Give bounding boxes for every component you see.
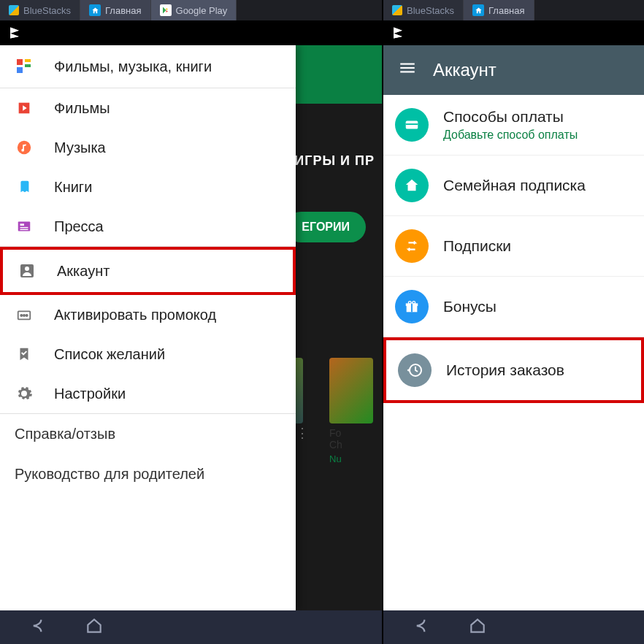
svg-rect-6 (20, 223, 25, 226)
account-item-rewards[interactable]: Бонусы (383, 277, 644, 337)
svg-rect-7 (20, 227, 28, 228)
wishlist-icon (15, 345, 34, 364)
drawer-label: Книги (54, 179, 92, 196)
backdrop-headline: ИГРЫ И ПР (294, 153, 375, 169)
gear-icon (15, 384, 34, 403)
tab-home[interactable]: Главная (464, 0, 534, 20)
tab-bluestacks[interactable]: BlueStacks (0, 0, 80, 20)
loop-icon (395, 229, 429, 263)
bluestacks-bar (0, 20, 382, 45)
drawer-item-wishlist[interactable]: Список желаний (0, 334, 296, 374)
more-icon[interactable]: ⋮ (296, 425, 309, 441)
bluestacks-logo-icon (7, 26, 22, 40)
tab-label: Google Play (176, 5, 228, 16)
tab-label: BlueStacks (23, 5, 71, 16)
tab-label: Главная (105, 5, 141, 16)
hamburger-icon[interactable] (398, 58, 417, 82)
navigation-drawer: Фильмы, музыка, книги Фильмы Музыка Книг… (0, 45, 296, 610)
drawer-label: Пресса (54, 218, 104, 235)
account-item-subscriptions[interactable]: Подписки (383, 216, 644, 277)
music-icon (15, 138, 34, 157)
android-navbar-left (0, 610, 382, 644)
tab-label: BlueStacks (407, 5, 454, 16)
play-store-icon (160, 4, 172, 16)
svg-rect-19 (406, 123, 418, 125)
account-item-text: Способы оплаты Добавьте способ оплаты (443, 108, 578, 142)
svg-rect-15 (400, 64, 415, 65)
app-card[interactable]: Fo Ch Nu (329, 358, 373, 478)
drawer-item-press[interactable]: Пресса (0, 207, 296, 246)
account-item-sub: Добавьте способ оплаты (443, 129, 578, 142)
drawer-label: Справка/отзыв (15, 426, 115, 442)
svg-point-14 (26, 315, 28, 316)
svg-point-12 (20, 315, 22, 316)
drawer-label: Аккаунт (57, 263, 110, 280)
drawer-label: Музыка (54, 139, 106, 156)
svg-rect-2 (25, 64, 31, 67)
svg-rect-0 (17, 59, 23, 65)
drawer-label: Фильмы (54, 100, 110, 117)
apps-icon (15, 57, 34, 76)
bluestacks-logo-icon (391, 26, 405, 40)
account-item-order-history[interactable]: История заказов (383, 337, 644, 403)
account-item-label: Подписки (443, 237, 511, 255)
svg-rect-1 (25, 59, 31, 62)
account-item-label: Бонусы (443, 298, 497, 315)
back-icon[interactable] (413, 616, 433, 639)
drawer-item-promo[interactable]: Активировать промокод (0, 295, 296, 334)
account-item-label: Способы оплаты (443, 108, 578, 126)
book-icon (15, 177, 34, 196)
account-item-label: Семейная подписка (443, 177, 586, 194)
tabstrip-left: BlueStacks Главная Google Play (0, 0, 382, 20)
history-icon (398, 353, 432, 387)
drawer-item-account[interactable]: Аккаунт (0, 247, 296, 295)
svg-rect-8 (20, 229, 28, 230)
svg-point-23 (408, 302, 411, 304)
backdrop-chip[interactable]: ЕГОРИИ (285, 212, 366, 242)
account-item-family[interactable]: Семейная подписка (383, 156, 644, 216)
home-nav-icon[interactable] (468, 616, 487, 638)
drawer-label: Активировать промокод (54, 307, 216, 323)
app-price-frag: Nu (329, 453, 373, 464)
drawer-item-media[interactable]: Фильмы, музыка, книги (0, 45, 296, 88)
app-thumb (329, 358, 373, 423)
drawer-item-settings[interactable]: Настройки (0, 374, 296, 413)
drawer-item-books[interactable]: Книги (0, 167, 296, 207)
app-sub-frag: Ch (329, 439, 373, 451)
bluestacks-icon (9, 5, 19, 15)
card-icon (395, 108, 429, 142)
bluestacks-bar (383, 20, 644, 45)
tab-google-play[interactable]: Google Play (151, 0, 237, 20)
svg-point-13 (23, 315, 25, 316)
drawer-footer-help[interactable]: Справка/отзыв (0, 414, 296, 454)
news-icon (15, 217, 34, 236)
left-pane: BlueStacks Главная Google Play ИГРЫ И ПР… (0, 0, 383, 644)
account-header: Аккаунт (383, 45, 644, 95)
svg-point-10 (25, 267, 29, 271)
account-item-label: История заказов (446, 361, 564, 379)
drawer-label: Фильмы, музыка, книги (54, 58, 212, 75)
app-title-frag: Fo (329, 428, 373, 439)
drawer-item-music[interactable]: Музыка (0, 128, 296, 167)
drawer-label: Настройки (54, 386, 126, 402)
home-nav-icon[interactable] (85, 616, 104, 638)
tab-bluestacks[interactable]: BlueStacks (383, 0, 464, 20)
drawer-label: Список желаний (54, 346, 165, 363)
drawer-item-movies[interactable]: Фильмы (0, 88, 296, 128)
back-icon[interactable] (29, 616, 50, 639)
home-icon (472, 4, 484, 16)
tab-label: Главная (488, 5, 524, 16)
drawer-footer-parent-guide[interactable]: Руководство для родителей (0, 454, 296, 494)
account-icon (18, 261, 37, 280)
account-item-payment[interactable]: Способы оплаты Добавьте способ оплаты (383, 95, 644, 156)
tab-home[interactable]: Главная (80, 0, 150, 20)
account-title: Аккаунт (433, 60, 497, 80)
svg-point-24 (413, 302, 415, 304)
svg-rect-3 (17, 67, 23, 73)
tabstrip-right: BlueStacks Главная (383, 0, 644, 20)
home-icon (395, 169, 429, 202)
android-navbar-right (383, 610, 644, 644)
svg-rect-22 (411, 303, 413, 312)
account-list: Способы оплаты Добавьте способ оплаты Се… (383, 95, 644, 644)
svg-rect-17 (400, 71, 415, 72)
